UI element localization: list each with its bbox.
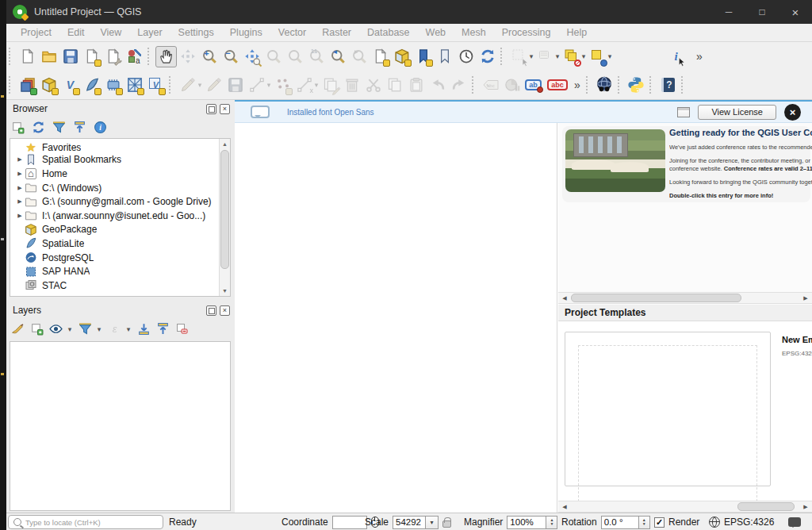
new-map-view-button[interactable] bbox=[370, 46, 391, 67]
browser-item-i-drive[interactable]: ▶I:\ (anwar.sounny@isunet.edu - Goo...) bbox=[10, 209, 230, 223]
show-spatial-bookmarks-button[interactable] bbox=[434, 46, 455, 67]
label-toolbar-overflow-button[interactable]: » bbox=[571, 79, 584, 91]
news-feed[interactable]: Getting ready for the QGIS User Conferen… bbox=[558, 123, 812, 292]
menu-web[interactable]: Web bbox=[418, 25, 454, 40]
browser-item-home[interactable]: ▶⌂Home bbox=[10, 167, 230, 181]
browser-properties-button[interactable] bbox=[94, 121, 107, 134]
browser-collapse-all-button[interactable] bbox=[73, 121, 86, 134]
messages-icon[interactable] bbox=[788, 517, 801, 527]
menu-view[interactable]: View bbox=[92, 25, 129, 40]
layers-list[interactable] bbox=[10, 341, 231, 511]
browser-refresh-button[interactable] bbox=[32, 121, 45, 134]
data-source-manager-button[interactable] bbox=[17, 75, 38, 96]
browser-item-c-drive[interactable]: ▶C:\ (Windows) bbox=[10, 181, 230, 195]
layer-labeling-options-button[interactable]: ab bbox=[523, 75, 544, 96]
filter-legend-dropdown[interactable]: ▾ bbox=[96, 325, 102, 333]
toolbar-overflow-button[interactable]: » bbox=[693, 50, 706, 63]
temporal-controller-button[interactable] bbox=[455, 46, 477, 67]
toolbar-grip[interactable] bbox=[472, 76, 476, 94]
manage-map-themes-button[interactable] bbox=[49, 322, 63, 336]
new-print-layout-button[interactable] bbox=[81, 46, 102, 67]
open-project-button[interactable] bbox=[38, 46, 59, 67]
show-layout-manager-button[interactable] bbox=[102, 46, 124, 67]
rotation-spinner[interactable]: ▲▼ bbox=[639, 516, 650, 529]
menu-layer[interactable]: Layer bbox=[129, 25, 170, 40]
refresh-map-button[interactable] bbox=[477, 46, 498, 67]
deselect-features-button[interactable] bbox=[561, 46, 582, 67]
toolbar-grip[interactable] bbox=[500, 48, 504, 65]
browser-close-button[interactable]: × bbox=[220, 104, 230, 114]
toolbar-grip[interactable] bbox=[586, 76, 590, 94]
browser-item-favorites[interactable]: ★Favorites bbox=[10, 139, 230, 153]
browser-item-spatialite[interactable]: SpatiaLite bbox=[10, 236, 230, 251]
zoom-in-button[interactable]: + bbox=[198, 46, 220, 67]
browser-item-sap-hana[interactable]: SAP HANA bbox=[10, 264, 230, 278]
maximize-button[interactable]: □ bbox=[745, 0, 779, 24]
zoom-last-button[interactable]: ◄ bbox=[327, 46, 348, 67]
locator-input[interactable] bbox=[25, 518, 144, 527]
layer-diagram-options-button[interactable]: abc bbox=[544, 75, 571, 96]
templates-horizontal-scrollbar[interactable]: ◀ ▶ bbox=[558, 501, 812, 513]
new-virtual-layer-button[interactable]: V bbox=[145, 75, 167, 96]
branch-arrow-icon[interactable]: ▶ bbox=[15, 171, 25, 177]
branch-arrow-icon[interactable]: ▶ bbox=[15, 213, 25, 219]
toolbar-grip[interactable] bbox=[618, 76, 622, 94]
menu-mesh[interactable]: Mesh bbox=[454, 25, 494, 40]
pan-map-button[interactable] bbox=[155, 46, 177, 67]
branch-arrow-icon[interactable]: ▶ bbox=[15, 156, 25, 163]
layers-panel-header[interactable]: Layers × bbox=[6, 301, 235, 319]
identify-features-button[interactable]: i bbox=[665, 46, 687, 67]
browser-item-postgresql[interactable]: PostgreSQL bbox=[10, 251, 230, 265]
toolbar-grip[interactable] bbox=[9, 48, 13, 65]
browser-item-stac[interactable]: STAC bbox=[10, 278, 230, 293]
open-layer-styling-button[interactable] bbox=[11, 322, 25, 336]
style-manager-button[interactable]: a bbox=[124, 46, 145, 67]
new-3d-map-view-button[interactable] bbox=[391, 46, 412, 67]
locator-search-box[interactable] bbox=[8, 515, 163, 529]
magnifier-input[interactable] bbox=[507, 516, 546, 529]
new-project-button[interactable] bbox=[17, 46, 38, 67]
template-card-new-empty-project[interactable] bbox=[565, 332, 771, 486]
new-geopackage-layer-button[interactable] bbox=[38, 75, 59, 96]
new-mesh-layer-button[interactable] bbox=[124, 75, 145, 96]
message-close-button[interactable]: × bbox=[784, 104, 801, 121]
python-console-button[interactable] bbox=[626, 75, 647, 96]
map-themes-dropdown[interactable]: ▾ bbox=[67, 325, 73, 333]
new-spatial-bookmark-button[interactable] bbox=[412, 46, 434, 67]
layers-close-button[interactable]: × bbox=[220, 305, 230, 316]
browser-item-g-drive[interactable]: ▶G:\ (sounny@gmail.com - Google Drive) bbox=[10, 194, 230, 209]
help-button[interactable]: ? bbox=[657, 75, 679, 96]
recent-projects-area[interactable] bbox=[235, 123, 557, 513]
remove-layer-button[interactable] bbox=[175, 322, 189, 336]
lock-scale-icon[interactable] bbox=[442, 520, 451, 528]
browser-panel-header[interactable]: Browser × bbox=[6, 100, 235, 117]
scale-dropdown[interactable]: ▾ bbox=[426, 516, 439, 529]
add-selected-layers-button[interactable] bbox=[11, 121, 25, 134]
menu-database[interactable]: Database bbox=[359, 25, 418, 40]
collapse-messages-icon[interactable] bbox=[677, 107, 690, 117]
toolbar-grip[interactable] bbox=[9, 76, 13, 94]
menu-project[interactable]: Project bbox=[13, 25, 59, 40]
toolbar-grip[interactable] bbox=[649, 76, 653, 94]
filter-legend-button[interactable] bbox=[79, 322, 92, 336]
branch-arrow-icon[interactable]: ▶ bbox=[15, 185, 25, 191]
toolbar-grip[interactable] bbox=[169, 76, 173, 94]
minimize-button[interactable]: ─ bbox=[712, 0, 745, 24]
view-license-button[interactable]: View License bbox=[698, 105, 776, 120]
browser-filter-button[interactable] bbox=[52, 121, 66, 134]
menu-processing[interactable]: Processing bbox=[494, 25, 559, 40]
toolbar-grip[interactable] bbox=[681, 76, 685, 94]
menu-plugins[interactable]: Plugins bbox=[222, 25, 270, 40]
news-horizontal-scrollbar[interactable]: ◀ ▶ bbox=[558, 292, 812, 304]
coordinate-input[interactable] bbox=[332, 516, 367, 529]
select-by-location-button[interactable] bbox=[587, 46, 608, 67]
close-button[interactable]: × bbox=[779, 0, 812, 24]
add-group-button[interactable] bbox=[30, 322, 44, 336]
browser-scrollbar[interactable]: ▲ ▼ bbox=[219, 139, 230, 296]
menu-help[interactable]: Help bbox=[558, 25, 595, 40]
menu-raster[interactable]: Raster bbox=[314, 25, 359, 40]
menu-edit[interactable]: Edit bbox=[59, 25, 93, 40]
scale-input[interactable] bbox=[393, 516, 426, 529]
new-shapefile-layer-button[interactable]: V bbox=[59, 75, 81, 96]
rotation-input[interactable] bbox=[601, 516, 639, 529]
